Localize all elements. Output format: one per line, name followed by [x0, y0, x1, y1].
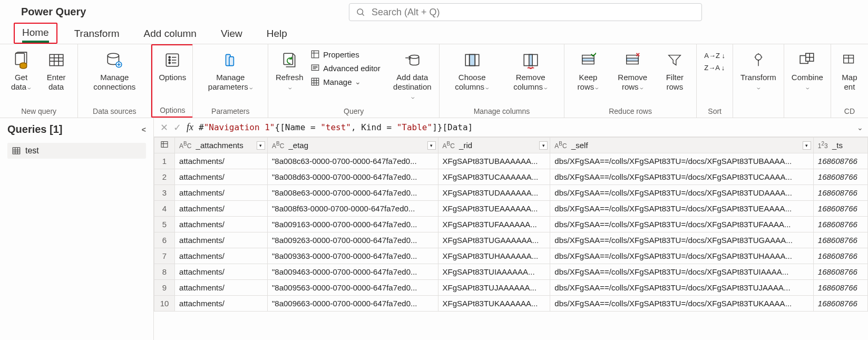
col-header-etag[interactable]: ABC _etag ▾	[267, 138, 438, 153]
cell-attachments[interactable]: attachments/	[175, 280, 268, 296]
col-header-attachments[interactable]: ABC _attachments ▾	[175, 138, 268, 153]
cell-self[interactable]: dbs/XFgSAA==/colls/XFgSAPt83TU=/docs/XFg…	[550, 169, 813, 185]
cell-attachments[interactable]: attachments/	[175, 232, 268, 248]
manage-button[interactable]: Manage ⌄	[308, 76, 382, 88]
row-number[interactable]: 7	[154, 248, 175, 264]
table-row[interactable]: 6attachments/"8a009263-0000-0700-0000-64…	[154, 232, 868, 248]
col-filter-icon[interactable]: ▾	[539, 141, 548, 150]
row-number[interactable]: 3	[154, 185, 175, 201]
cell-attachments[interactable]: attachments/	[175, 169, 268, 185]
cell-rid[interactable]: XFgSAPt83TUEAAAAAA...	[438, 201, 550, 217]
remove-rows-button[interactable]: Remove rows	[610, 46, 655, 104]
cell-rid[interactable]: XFgSAPt83TUHAAAAAA...	[438, 248, 550, 264]
cell-rid[interactable]: XFgSAPt83TUBAAAAAA...	[438, 153, 550, 169]
options-button[interactable]: Options	[157, 46, 188, 104]
cell-rid[interactable]: XFgSAPt83TUJAAAAAA...	[438, 280, 550, 296]
table-row[interactable]: 9attachments/"8a009563-0000-0700-0000-64…	[154, 280, 868, 296]
get-data-button[interactable]: Get data	[5, 46, 37, 104]
cell-self[interactable]: dbs/XFgSAA==/colls/XFgSAPt83TU=/docs/XFg…	[550, 296, 813, 312]
tab-transform[interactable]: Transform	[67, 25, 127, 44]
manage-parameters-button[interactable]: Manage parameters	[198, 46, 262, 104]
sort-desc-button[interactable]: Z→A ↓	[702, 63, 727, 73]
cell-self[interactable]: dbs/XFgSAA==/colls/XFgSAPt83TU=/docs/XFg…	[550, 232, 813, 248]
row-number[interactable]: 9	[154, 280, 175, 296]
refresh-button[interactable]: Refresh	[274, 46, 305, 104]
keep-rows-button[interactable]: Keep rows	[570, 46, 607, 104]
query-item-test[interactable]: test	[7, 143, 146, 159]
col-filter-icon[interactable]: ▾	[257, 141, 265, 150]
sort-asc-button[interactable]: A→Z ↓	[702, 51, 727, 61]
remove-columns-button[interactable]: Remove columns	[502, 46, 559, 104]
table-row[interactable]: 1attachments/"8a008c63-0000-0700-0000-64…	[154, 153, 868, 169]
filter-rows-button[interactable]: Filter rows	[658, 46, 691, 104]
cell-self[interactable]: dbs/XFgSAA==/colls/XFgSAPt83TU=/docs/XFg…	[550, 264, 813, 280]
properties-button[interactable]: Properties	[308, 48, 382, 60]
cell-rid[interactable]: XFgSAPt83TUDAAAAAA...	[438, 185, 550, 201]
cell-rid[interactable]: XFgSAPt83TUKAAAAAA...	[438, 296, 550, 312]
tab-add-column[interactable]: Add column	[136, 25, 204, 44]
cell-ts[interactable]: 168608766	[813, 248, 867, 264]
cell-ts[interactable]: 168608766	[813, 296, 867, 312]
cell-etag[interactable]: "8a009263-0000-0700-0000-647fa7ed0...	[267, 232, 438, 248]
cell-ts[interactable]: 168608766	[813, 169, 867, 185]
tab-home[interactable]: Home	[14, 23, 57, 44]
cell-etag[interactable]: "8a009363-0000-0700-0000-647fa7ed0...	[267, 248, 438, 264]
col-header-self[interactable]: ABC _self ▾	[550, 138, 813, 153]
tab-help[interactable]: Help	[259, 25, 295, 44]
cell-rid[interactable]: XFgSAPt83TUIAAAAAA...	[438, 264, 550, 280]
search-box[interactable]: Search (Alt + Q)	[349, 3, 702, 21]
cell-attachments[interactable]: attachments/	[175, 296, 268, 312]
cell-etag[interactable]: "8a009563-0000-0700-0000-647fa7ed0...	[267, 280, 438, 296]
table-row[interactable]: 8attachments/"8a009463-0000-0700-0000-64…	[154, 264, 868, 280]
cell-etag[interactable]: "8a008c63-0000-0700-0000-647fa7ed0...	[267, 153, 438, 169]
formula-cancel-icon[interactable]: ✕	[160, 122, 168, 133]
combine-button[interactable]: Combine	[789, 46, 825, 104]
cell-attachments[interactable]: attachments/	[175, 153, 268, 169]
formula-expand-icon[interactable]: ⌄	[852, 123, 868, 132]
collapse-queries-icon[interactable]: <	[142, 125, 146, 134]
row-number[interactable]: 10	[154, 296, 175, 312]
cell-attachments[interactable]: attachments/	[175, 264, 268, 280]
manage-connections-button[interactable]: Manage connections	[83, 46, 145, 104]
choose-columns-button[interactable]: Choose columns	[445, 46, 499, 104]
cell-self[interactable]: dbs/XFgSAA==/colls/XFgSAPt83TU=/docs/XFg…	[550, 248, 813, 264]
col-filter-icon[interactable]: ▾	[427, 141, 436, 150]
row-number[interactable]: 1	[154, 153, 175, 169]
cell-rid[interactable]: XFgSAPt83TUCAAAAAA...	[438, 169, 550, 185]
formula-input[interactable]: #"Navigation 1"{[Name = "test", Kind = "…	[199, 122, 847, 132]
table-row[interactable]: 4attachments/"8a008f63-0000-0700-0000-64…	[154, 201, 868, 217]
cell-etag[interactable]: "8a009163-0000-0700-0000-647fa7ed0...	[267, 217, 438, 232]
cell-ts[interactable]: 168608766	[813, 201, 867, 217]
advanced-editor-button[interactable]: Advanced editor	[308, 62, 382, 74]
map-entity-button[interactable]: Map ent	[836, 46, 863, 104]
cell-ts[interactable]: 168608766	[813, 185, 867, 201]
cell-rid[interactable]: XFgSAPt83TUGAAAAAA...	[438, 232, 550, 248]
cell-ts[interactable]: 168608766	[813, 217, 867, 232]
fx-icon[interactable]: fx	[187, 122, 193, 133]
cell-etag[interactable]: "8a008f63-0000-0700-0000-647fa7ed0...	[267, 201, 438, 217]
cell-attachments[interactable]: attachments/	[175, 185, 268, 201]
cell-attachments[interactable]: attachments/	[175, 201, 268, 217]
row-number[interactable]: 8	[154, 264, 175, 280]
cell-ts[interactable]: 168608766	[813, 264, 867, 280]
row-number[interactable]: 4	[154, 201, 175, 217]
cell-self[interactable]: dbs/XFgSAA==/colls/XFgSAPt83TU=/docs/XFg…	[550, 185, 813, 201]
cell-ts[interactable]: 168608766	[813, 280, 867, 296]
table-row[interactable]: 2attachments/"8a008d63-0000-0700-0000-64…	[154, 169, 868, 185]
table-row[interactable]: 3attachments/"8a008e63-0000-0700-0000-64…	[154, 185, 868, 201]
cell-rid[interactable]: XFgSAPt83TUFAAAAAA...	[438, 217, 550, 232]
table-row[interactable]: 7attachments/"8a009363-0000-0700-0000-64…	[154, 248, 868, 264]
col-filter-icon[interactable]: ▾	[803, 141, 811, 150]
cell-self[interactable]: dbs/XFgSAA==/colls/XFgSAPt83TU=/docs/XFg…	[550, 201, 813, 217]
col-header-ts[interactable]: 123 _ts	[813, 138, 867, 153]
row-number[interactable]: 2	[154, 169, 175, 185]
transform-button[interactable]: Transform	[738, 46, 778, 104]
cell-self[interactable]: dbs/XFgSAA==/colls/XFgSAPt83TU=/docs/XFg…	[550, 153, 813, 169]
cell-etag[interactable]: "8a008e63-0000-0700-0000-647fa7ed0...	[267, 185, 438, 201]
cell-attachments[interactable]: attachments/	[175, 248, 268, 264]
add-data-destination-button[interactable]: Add data destination	[391, 46, 434, 104]
enter-data-button[interactable]: Enter data	[40, 46, 72, 104]
cell-ts[interactable]: 168608766	[813, 232, 867, 248]
cell-etag[interactable]: "8a008d63-0000-0700-0000-647fa7ed0...	[267, 169, 438, 185]
cell-etag[interactable]: "8a009463-0000-0700-0000-647fa7ed0...	[267, 264, 438, 280]
